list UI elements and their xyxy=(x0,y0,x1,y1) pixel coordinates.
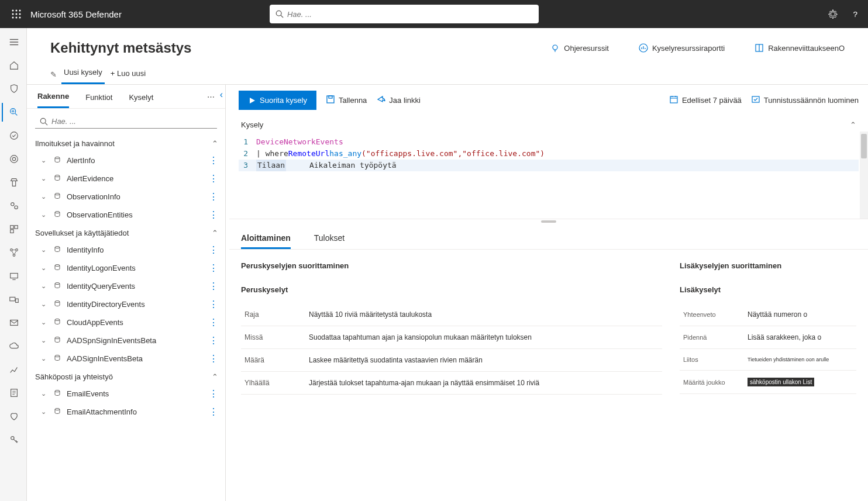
nav-threat-icon[interactable] xyxy=(2,150,25,168)
svg-rect-49 xyxy=(329,96,332,98)
schema-group-header[interactable]: Sovellukset ja käyttäjätiedot⌃ xyxy=(35,224,221,241)
help-resources-link[interactable]: Ohjeresurssit xyxy=(550,43,609,53)
schema-table-item[interactable]: ⌄AADSignInEventsBeta⋮ xyxy=(35,350,221,368)
more-icon[interactable]: ⋮ xyxy=(206,281,221,292)
schema-table-item[interactable]: ⌄ObservationEntities⋮ xyxy=(35,206,221,224)
nav-menu-icon[interactable] xyxy=(2,33,25,51)
schema-table-item[interactable]: ⌄AADSpnSignInEventsBeta⋮ xyxy=(35,331,221,350)
share-icon xyxy=(376,95,385,106)
svg-line-34 xyxy=(45,123,47,125)
starter-row[interactable]: RajaNäyttää 10 riviä määritetystä tauluk… xyxy=(241,303,662,326)
more-icon[interactable]: ⋮ xyxy=(206,353,221,364)
starter-row[interactable]: PidennäLisää sarakkeen, joka o xyxy=(680,326,856,349)
schema-table-item[interactable]: ⌄AlertEvidence⋮ xyxy=(35,170,221,188)
svg-point-33 xyxy=(40,118,46,123)
more-icon[interactable]: ⋮ xyxy=(206,335,221,346)
nav-devices-icon[interactable] xyxy=(2,267,25,285)
splitter-handle[interactable] xyxy=(229,219,868,224)
nav-actions-icon[interactable] xyxy=(2,126,25,145)
settings-icon[interactable] xyxy=(827,8,839,20)
starter-row[interactable]: YhteenvetoNäyttää numeron o xyxy=(680,303,856,326)
nav-cloud-icon[interactable] xyxy=(2,337,25,355)
collapse-query-icon[interactable]: ⌃ xyxy=(850,120,856,129)
tab-results[interactable]: Tulokset xyxy=(314,229,345,249)
svg-point-40 xyxy=(55,265,60,267)
more-icon[interactable]: ⋮ xyxy=(206,191,221,202)
schema-table-item[interactable]: ⌄CloudAppEvents⋮ xyxy=(35,313,221,331)
starter-row[interactable]: YlhäälläJärjestää tulokset tapahtuma-aja… xyxy=(241,372,662,395)
svg-point-46 xyxy=(55,391,60,392)
schema-table-item[interactable]: ⌄AlertInfo⋮ xyxy=(35,151,221,170)
schema-table-item[interactable]: ⌄IdentityQueryEvents⋮ xyxy=(35,277,221,295)
schema-table-item[interactable]: ⌄IdentityDirectoryEvents⋮ xyxy=(35,295,221,313)
svg-point-16 xyxy=(11,203,13,206)
nav-email-icon[interactable] xyxy=(2,313,25,332)
nav-endpoints-icon[interactable] xyxy=(2,290,25,309)
side-tab-functions[interactable]: Funktiot xyxy=(85,86,112,108)
svg-rect-24 xyxy=(10,274,18,278)
svg-point-42 xyxy=(55,301,60,303)
schema-group-header[interactable]: Sähköposti ja yhteistyö⌃ xyxy=(35,368,221,385)
side-tab-schema[interactable]: Rakenne xyxy=(37,85,69,108)
app-launcher[interactable] xyxy=(7,5,26,23)
more-icon[interactable]: ⋮ xyxy=(206,299,221,310)
nav-connect-icon[interactable] xyxy=(2,243,25,262)
nav-permissions-icon[interactable] xyxy=(2,430,25,449)
svg-rect-48 xyxy=(327,96,334,103)
tab-new-query[interactable]: Uusi kysely xyxy=(61,64,105,84)
starter-row[interactable]: Määritä joukkosähköpostin ullakon List xyxy=(680,371,856,394)
more-icon[interactable]: ⋮ xyxy=(206,209,221,220)
more-icon[interactable]: ⋮ xyxy=(206,406,221,417)
share-link-button[interactable]: Jaa linkki xyxy=(376,95,420,106)
more-icon[interactable]: ⋮ xyxy=(206,173,221,184)
detection-icon xyxy=(751,95,760,106)
help-icon[interactable]: ? xyxy=(849,8,861,20)
run-query-button[interactable]: Suorita kysely xyxy=(239,91,316,110)
query-label: Kysely xyxy=(241,120,263,129)
tab-create-new[interactable]: + Luo uusi xyxy=(108,65,148,84)
schema-table-item[interactable]: ⌄IdentityInfo⋮ xyxy=(35,241,221,259)
nav-partners-icon[interactable] xyxy=(2,196,25,215)
starter-row[interactable]: LiitosTietueiden yhdistäminen oon arulle xyxy=(680,349,856,371)
query-editor[interactable]: 1DeviceNetworkEvents 2| where RemoteUrl … xyxy=(229,132,868,219)
nav-home-icon[interactable] xyxy=(2,56,25,75)
side-tab-more-icon[interactable]: ⋯ xyxy=(207,92,215,101)
more-icon[interactable]: ⋮ xyxy=(206,388,221,399)
svg-rect-18 xyxy=(10,226,13,229)
nav-shield-icon[interactable] xyxy=(2,80,25,98)
tab-getting-started[interactable]: Aloittaminen xyxy=(241,229,291,249)
schema-table-item[interactable]: ⌄IdentityLogonEvents⋮ xyxy=(35,259,221,277)
global-search-input[interactable] xyxy=(287,10,533,19)
schema-ref-link[interactable]: RakenneviittaukseenO xyxy=(754,43,845,53)
more-icon[interactable]: ⋮ xyxy=(206,155,221,166)
nav-hunting-icon[interactable] xyxy=(2,103,25,122)
more-icon[interactable]: ⋮ xyxy=(206,244,221,255)
nav-reports-icon[interactable] xyxy=(2,360,25,379)
calendar-icon xyxy=(669,95,678,106)
create-detection-rule-button[interactable]: Tunnistussäännön luominen xyxy=(751,95,859,106)
starter-row[interactable]: MääräLaskee määritettyä suodatinta vasta… xyxy=(241,349,662,372)
schema-search-input[interactable] xyxy=(51,117,212,126)
nav-health-icon[interactable] xyxy=(2,407,25,426)
timerange-button[interactable]: Edelliset 7 päivää xyxy=(669,95,742,106)
schema-group-header[interactable]: Ilmoitukset ja havainnot⌃ xyxy=(35,134,221,151)
nav-apps-icon[interactable] xyxy=(2,220,25,239)
schema-table-item[interactable]: ⌄EmailAttachmentInfo⋮ xyxy=(35,403,221,421)
svg-point-17 xyxy=(14,206,17,209)
starter-row[interactable]: MissäSuodattaa tapahtuman ajan ja kansio… xyxy=(241,326,662,349)
schema-table-item[interactable]: ⌄ObservationInfo⋮ xyxy=(35,188,221,206)
save-button[interactable]: Tallenna xyxy=(326,95,367,106)
query-report-link[interactable]: Kyselyresurssiraportti xyxy=(638,43,725,53)
svg-point-38 xyxy=(55,212,60,213)
global-search[interactable] xyxy=(270,5,539,23)
editor-scrollbar[interactable] xyxy=(860,132,868,219)
side-tab-queries[interactable]: Kyselyt xyxy=(129,86,153,108)
svg-rect-19 xyxy=(14,226,17,229)
more-icon[interactable]: ⋮ xyxy=(206,262,221,274)
nav-audit-icon[interactable] xyxy=(2,383,25,402)
adv-queries-title: Lisäkyselyjen suorittaminen xyxy=(680,261,856,270)
schema-table-item[interactable]: ⌄EmailEvents⋮ xyxy=(35,385,221,403)
more-icon[interactable]: ⋮ xyxy=(206,317,221,328)
nav-score-icon[interactable] xyxy=(2,173,25,192)
schema-search[interactable] xyxy=(35,115,217,129)
